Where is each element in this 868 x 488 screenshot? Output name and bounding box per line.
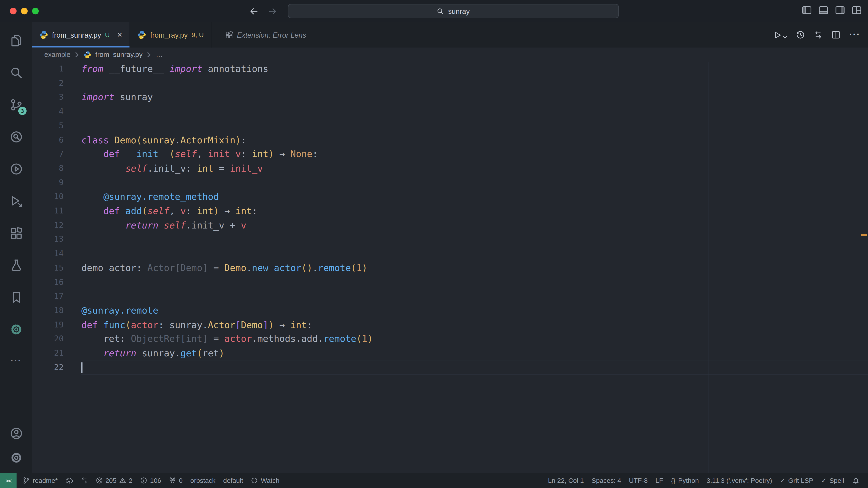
sidebar-item-circle-play[interactable] [0,153,32,185]
code-line-16[interactable] [82,275,868,289]
sidebar-item-source-control[interactable]: 3 [0,89,32,121]
editor-actions: ··· [766,22,868,47]
sidebar-item-search[interactable] [0,57,32,88]
sidebar-item-testing[interactable] [0,249,32,281]
spell-checker-indicator[interactable]: ✓ Spell [817,473,848,488]
timeline-history-button[interactable] [796,30,805,39]
sidebar-item-gear-extension[interactable] [0,313,32,345]
circle-search-icon [10,130,22,143]
code-line-20[interactable]: ret: ObjectRef[int] = actor.methods.add.… [82,332,868,346]
ports-count: 0 [179,477,183,484]
sidebar-item-run-debug[interactable] [0,185,32,217]
bookmark-icon [10,291,22,303]
tab-from_ray[interactable]: from_ray.py 9, U [130,22,212,47]
overview-ruler-marker [861,234,867,236]
close-tab-icon[interactable]: ✕ [117,31,123,39]
code-line-11[interactable]: def add(self, v: int) → int: [82,204,868,218]
code-line-22[interactable] [82,361,868,375]
code-line-10[interactable]: @sunray.remote_method [82,190,868,204]
split-editor-button[interactable] [832,30,840,39]
python-icon [84,51,92,59]
editor-gutter: 12345678910111213141516171819202122 [32,62,81,473]
sidebar-item-extensions[interactable] [0,217,32,249]
more-actions-button[interactable]: ··· [849,32,860,38]
overview-ruler[interactable] [860,62,868,473]
line-number: 2 [32,76,63,90]
python-interpreter-indicator[interactable]: 3.11.3 ('.venv': Poetry) [703,473,776,488]
code-line-6[interactable]: class Demo(sunray.ActorMixin): [82,133,868,147]
tab-from_sunray[interactable]: from_sunray.py U ✕ [32,22,130,47]
code-line-14[interactable] [82,247,868,261]
navigate-back-button[interactable] [247,4,260,18]
code-line-8[interactable]: self.init_v: int = init_v [82,162,868,175]
minimize-window-button[interactable] [21,8,28,14]
profile-indicator[interactable]: default [219,473,247,488]
toggle-primary-sidebar-button[interactable] [802,6,811,14]
orbstack-indicator[interactable]: orbstack [187,473,219,488]
open-changes-button[interactable] [814,30,823,39]
tab-label: from_sunray.py [52,31,101,39]
navigate-forward-button[interactable] [266,4,279,18]
line-number: 18 [32,304,63,318]
breadcrumb-more[interactable]: … [156,51,162,59]
code-line-2[interactable] [82,76,868,90]
sidebar-item-search-commits[interactable] [0,121,32,153]
chevron-down-icon [783,35,787,39]
code-line-7[interactable]: def __init__(self, init_v: int) → None: [82,147,868,161]
run-python-file-button[interactable] [773,31,787,39]
editor-code[interactable]: from __future__ import annotationsimport… [82,62,868,473]
publish-changes-button[interactable] [62,473,77,488]
history-icon [796,30,805,39]
breadcrumb-folder[interactable]: example [44,51,70,59]
search-icon [437,7,444,15]
code-editor[interactable]: 12345678910111213141516171819202122 from… [32,62,868,473]
sidebar-item-more[interactable]: ··· [0,345,32,377]
grit-lsp-indicator[interactable]: ✓ Grit LSP [776,473,817,488]
command-center-search[interactable]: sunray [288,4,619,18]
code-line-19[interactable]: def func(actor: sunray.Actor[Demo]) → in… [82,318,868,332]
eol-indicator[interactable]: LF [652,473,667,488]
maximize-window-button[interactable] [32,8,38,14]
code-line-13[interactable] [82,232,868,247]
git-branch-button[interactable]: readme* [19,473,62,488]
problems-indicator[interactable]: 205 2 [92,473,136,488]
info-circle-icon [140,477,148,484]
language-mode-indicator[interactable]: {} Python [667,473,703,488]
code-line-21[interactable]: return sunray.get(ret) [82,346,868,360]
cursor-position-indicator[interactable]: Ln 22, Col 1 [544,473,588,488]
encoding-indicator[interactable]: UTF-8 [625,473,652,488]
cursor-position: Ln 22, Col 1 [548,477,584,484]
tab-extension-error-lens[interactable]: Extension: Error Lens [218,22,313,47]
compare-arrows-icon [814,30,823,39]
code-line-15[interactable]: demo_actor: Actor[Demo] = Demo.new_actor… [82,261,868,275]
code-line-1[interactable]: from __future__ import annotations [82,62,868,76]
code-line-4[interactable] [82,105,868,119]
sidebar-item-bookmarks[interactable] [0,281,32,313]
text-cursor [82,362,83,373]
customize-layout-button[interactable] [852,6,861,14]
settings-button[interactable] [0,445,32,470]
code-line-18[interactable]: @sunray.remote [82,304,868,318]
compare-changes-button[interactable] [77,473,92,488]
notifications-bell-button[interactable] [848,473,864,488]
cloud-upload-icon [66,477,73,484]
close-window-button[interactable] [10,8,17,14]
ports-indicator[interactable]: 0 [165,473,187,488]
code-line-5[interactable] [82,119,868,133]
toggle-panel-button[interactable] [819,6,828,14]
accounts-button[interactable] [0,421,32,446]
workbench: 3 ··· [0,22,868,473]
code-line-9[interactable] [82,175,868,190]
split-editor-icon [832,30,840,39]
breadcrumb-file[interactable]: from_sunray.py [95,51,143,59]
code-line-3[interactable]: import sunray [82,91,868,105]
sidebar-item-explorer[interactable] [0,25,32,57]
toggle-secondary-sidebar-button[interactable] [835,6,845,14]
info-count-indicator[interactable]: 106 [136,473,165,488]
code-line-17[interactable] [82,289,868,303]
watch-indicator[interactable]: Watch [247,473,283,488]
code-line-12[interactable]: return self.init_v + v [82,218,868,232]
remote-indicator[interactable]: >< [0,473,17,488]
titlebar: sunray [0,0,868,22]
indentation-indicator[interactable]: Spaces: 4 [588,473,625,488]
